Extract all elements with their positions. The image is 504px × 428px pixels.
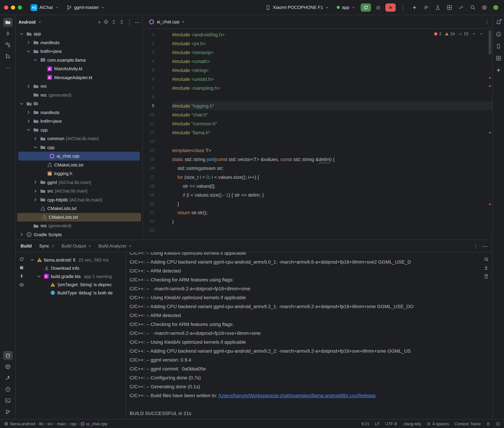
chevron-down-icon[interactable] [32, 145, 38, 150]
stop-process-icon[interactable] [19, 265, 24, 271]
warning-count[interactable]: 24 [445, 32, 455, 36]
scroll-to-end-icon[interactable] [483, 265, 489, 271]
chevron-right-icon[interactable] [32, 188, 38, 194]
view-options-icon[interactable] [19, 282, 24, 288]
code-line[interactable]: 7#include <sampling.h> [143, 83, 492, 92]
close-tab-icon[interactable]: × [182, 19, 185, 24]
code-line[interactable]: 12#include "llama.h" [143, 128, 492, 137]
code-line[interactable]: 4#include <cmath> [143, 57, 492, 66]
caret-position[interactable]: 9:21 [361, 421, 369, 426]
breadcrumb-item-cpp[interactable]: cpp [70, 421, 77, 426]
device-selector[interactable]: Xiaomi POCOPHONE F1 [263, 4, 332, 11]
settings-button[interactable] [480, 3, 489, 11]
more-vertical-icon[interactable]: ⋮ [127, 19, 132, 25]
build-tab-build-analyzer[interactable]: Build Analyzer× [98, 243, 132, 248]
tree-item-res[interactable]: res (generated) [16, 91, 142, 99]
error-stripe-mark[interactable] [489, 204, 491, 205]
project-selector[interactable]: AC AiChat [28, 3, 61, 12]
passed-count[interactable]: 15 [458, 32, 468, 36]
tree-item-mainactivity-kt[interactable]: KMainActivity.kt [16, 64, 142, 73]
assistant-tool-button[interactable] [494, 66, 503, 75]
inspection-widget[interactable]: 3 24 15 [434, 32, 483, 36]
tree-item-kotlin-java[interactable]: kotlin+java [16, 47, 142, 56]
tree-item-kotlin-java[interactable]: kotlin+java [16, 117, 142, 125]
lock-icon[interactable] [486, 422, 490, 426]
tree-item-manifests[interactable]: manifests [16, 108, 142, 117]
project-view-selector[interactable]: Android [18, 19, 36, 25]
vcs-branch-selector[interactable]: ggml-master [64, 4, 107, 11]
tree-item-lib[interactable]: lib [16, 99, 142, 108]
chevron-down-icon[interactable] [18, 31, 25, 36]
clear-console-icon[interactable] [483, 273, 489, 279]
code-line[interactable]: 9#include "logging.h" [143, 101, 492, 110]
editor-options-icon[interactable]: ⋮ [485, 19, 490, 24]
code-line[interactable]: 13 [143, 137, 492, 146]
chevron-down-icon[interactable] [32, 57, 38, 63]
profile-avatar[interactable] [492, 3, 500, 11]
context-status[interactable]: Context: None [454, 421, 481, 426]
build-tree-item[interactable]: BuildType 'debug' is both de [27, 288, 126, 297]
logcat-tool-button[interactable] [3, 351, 13, 360]
tree-item-res[interactable]: res (generated) [16, 222, 142, 230]
todo-list-button[interactable] [422, 3, 431, 11]
build-tree-item[interactable]: Kbuild.gradle.ktsapp 1 warning [27, 272, 126, 280]
add-icon[interactable]: + [98, 19, 101, 25]
code-line[interactable]: 23 [143, 226, 492, 235]
build-console[interactable]: C/C++: -- Using KleidiAI optimized kerne… [126, 252, 480, 419]
ai-assistant-button[interactable] [410, 3, 419, 11]
tree-item-cmakelists-txt[interactable]: CMakeLists.txt [17, 213, 141, 222]
debug-button[interactable] [374, 3, 383, 11]
packages-tool-button[interactable] [3, 362, 13, 371]
build-tool-button[interactable] [3, 374, 13, 382]
build-tool-window-title[interactable]: Build [21, 243, 32, 248]
hide-panel-icon[interactable]: — [482, 243, 487, 248]
terminal-tool-button[interactable] [3, 396, 13, 405]
gradle-tool-button[interactable]: G [494, 30, 503, 39]
breadcrumb-item-lib[interactable]: lib [39, 421, 43, 426]
chevron-right-icon[interactable] [25, 40, 32, 45]
problems-tool-button[interactable] [3, 385, 13, 394]
rerun-button[interactable] [361, 3, 371, 11]
console-file-link[interactable]: /Users/hanyin/Workspace/ai-chat/examples… [218, 393, 376, 398]
chevron-down-icon[interactable] [25, 49, 32, 54]
editor-tab-ai-chat-cpp[interactable]: ai_chat.cpp × [145, 15, 188, 28]
tree-item-cpp[interactable]: cpp [16, 125, 142, 134]
chevron-right-icon[interactable] [18, 232, 25, 237]
minimize-window-button[interactable] [11, 5, 15, 9]
zoom-window-button[interactable] [18, 5, 22, 9]
tree-item-app[interactable]: app [16, 29, 142, 38]
build-tree-item[interactable]: 'jvmTarget: String' is deprec [27, 280, 126, 288]
change-stripe-mark[interactable] [489, 132, 491, 133]
chevron-right-icon[interactable] [25, 110, 32, 115]
code-line[interactable]: 17 for (size_t i = 0; i < values.size();… [143, 173, 492, 181]
commit-tool-button[interactable] [3, 29, 13, 38]
code-line[interactable]: 10#include "chat.h" [143, 110, 492, 119]
chevron-down-icon[interactable] [25, 127, 32, 132]
code-line[interactable]: 16 std::ostringstream str; [143, 164, 492, 173]
tree-item-ai-chat-cpp[interactable]: ai_chat.cpp [18, 152, 140, 160]
tree-item-res[interactable]: res [16, 82, 142, 91]
pin-icon[interactable] [19, 273, 24, 279]
build-tree-item[interactable]: llama.android: fi22 sec, 583 ms [27, 256, 126, 264]
chevron-right-icon[interactable] [25, 118, 32, 124]
code-line[interactable]: 14template<class T> [143, 146, 492, 155]
hide-panel-icon[interactable]: — [135, 19, 140, 25]
breadcrumb-item-main[interactable]: main [57, 421, 66, 426]
more-tool-windows-button[interactable]: ⋯ [3, 63, 13, 72]
tree-item-logging-h[interactable]: Hlogging.h [16, 169, 142, 178]
tree-item-common[interactable]: common [AiChat.lib.main] [16, 134, 142, 143]
build-tree-item[interactable]: Download info [27, 264, 126, 272]
device-manager-tool-button[interactable] [494, 42, 503, 51]
tree-item-com-example-llama[interactable]: com.example.llama [16, 56, 142, 64]
tree-item-src[interactable]: src [AiChat.lib.main] [16, 187, 142, 195]
close-window-button[interactable] [4, 5, 8, 9]
running-devices-tool-button[interactable] [494, 54, 503, 63]
tree-item-cpp[interactable]: cpp [16, 143, 142, 152]
code-line[interactable]: 21 return str.str(); [143, 208, 492, 217]
code-line[interactable]: 15static std::string join(const std::vec… [143, 155, 492, 164]
structure-tool-button[interactable] [3, 41, 13, 49]
tree-item-cmakelists-txt[interactable]: CMakeLists.txt [16, 204, 142, 213]
error-stripe-mark[interactable] [489, 86, 491, 87]
code-line[interactable]: 8 [143, 92, 492, 101]
run-configuration-selector[interactable]: app [334, 4, 358, 11]
